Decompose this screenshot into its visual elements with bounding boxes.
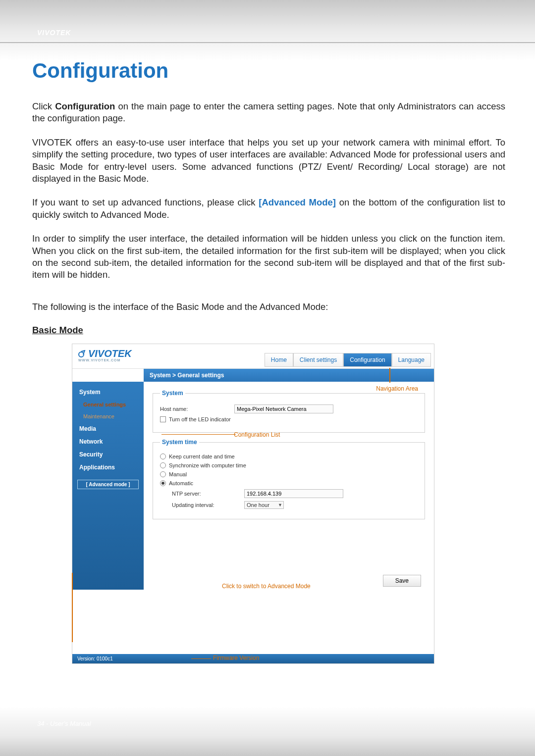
p1-text-a: Click bbox=[32, 101, 55, 111]
radio-auto-label: Automatic bbox=[169, 480, 193, 486]
callout-firmware-version: Firmware Version bbox=[191, 655, 259, 661]
tab-language[interactable]: Language bbox=[392, 353, 431, 367]
tab-client-settings[interactable]: Client settings bbox=[293, 353, 343, 367]
p3-text-a: If you want to set up advanced functions… bbox=[32, 197, 259, 207]
sidebar: System General settings Maintenance Medi… bbox=[72, 382, 144, 590]
radio-keep-label: Keep current date and time bbox=[169, 454, 235, 459]
sidebar-item-maintenance[interactable]: Maintenance bbox=[72, 410, 144, 422]
top-nav-tabs: Home Client settings Configuration Langu… bbox=[265, 353, 431, 367]
advanced-mode-link: [Advanced Mode] bbox=[259, 197, 336, 207]
radio-keep-current[interactable]: Keep current date and time bbox=[160, 454, 418, 459]
breadcrumb: System > General settings bbox=[144, 369, 434, 382]
sidebar-item-security[interactable]: Security bbox=[72, 448, 144, 461]
callout-fw-label: Firmware Version bbox=[213, 655, 259, 661]
header-divider bbox=[0, 42, 535, 43]
ntp-label: NTP server: bbox=[160, 491, 244, 497]
paragraph-5: The following is the interface of the Ba… bbox=[32, 301, 505, 313]
ntp-row: NTP server: bbox=[160, 489, 418, 498]
main-panel: System Host name: Turn off the LED indic… bbox=[144, 382, 434, 590]
page-footer: 34 - User's Manual bbox=[37, 720, 91, 727]
paragraph-2: VIVOTEK offers an easy-to-use user inter… bbox=[32, 137, 505, 185]
paragraph-4: In order to simplify the user interface,… bbox=[32, 233, 505, 281]
chevron-down-icon: ▼ bbox=[278, 503, 282, 507]
sidebar-advanced-mode-button[interactable]: [ Advanced mode ] bbox=[77, 480, 139, 489]
config-body: System General settings Maintenance Medi… bbox=[72, 382, 434, 590]
radio-manual-label: Manual bbox=[169, 471, 187, 477]
interval-select[interactable]: One hour ▼ bbox=[244, 501, 284, 509]
screenshot-basic-mode: VIVOTEK WWW.VIVOTEK.COM Home Client sett… bbox=[72, 344, 434, 664]
callout-line-adv bbox=[72, 573, 73, 642]
svg-point-0 bbox=[79, 352, 84, 357]
system-group: System Host name: Turn off the LED indic… bbox=[153, 390, 425, 433]
sidebar-item-applications[interactable]: Applications bbox=[72, 461, 144, 474]
radio-auto-icon[interactable] bbox=[160, 480, 166, 486]
callout-line-nav bbox=[389, 368, 390, 383]
interval-select-value: One hour bbox=[247, 502, 269, 508]
paragraph-3: If you want to set up advanced functions… bbox=[32, 197, 505, 221]
radio-sync-computer[interactable]: Synchronize with computer time bbox=[160, 462, 418, 468]
radio-sync-label: Synchronize with computer time bbox=[169, 462, 246, 468]
system-time-group: System time Keep current date and time S… bbox=[153, 439, 425, 519]
radio-manual[interactable]: Manual bbox=[160, 471, 418, 477]
radio-automatic[interactable]: Automatic bbox=[160, 480, 418, 486]
led-checkbox-label: Turn off the LED indicator bbox=[169, 416, 231, 422]
ntp-server-input[interactable] bbox=[244, 489, 343, 498]
logo-subtext: WWW.VIVOTEK.COM bbox=[78, 358, 132, 362]
radio-sync-icon[interactable] bbox=[160, 462, 166, 468]
led-checkbox[interactable] bbox=[160, 416, 166, 422]
radio-manual-icon[interactable] bbox=[160, 471, 166, 477]
screenshot-gap bbox=[72, 590, 434, 654]
sidebar-item-media[interactable]: Media bbox=[72, 422, 144, 435]
basic-mode-heading: Basic Mode bbox=[32, 325, 505, 336]
callout-line-config bbox=[161, 434, 236, 435]
tab-home[interactable]: Home bbox=[265, 353, 293, 367]
interval-label: Updating interval: bbox=[160, 502, 244, 508]
hostname-input[interactable] bbox=[234, 404, 333, 413]
vivotek-logo: VIVOTEK WWW.VIVOTEK.COM bbox=[78, 348, 132, 362]
sidebar-item-system[interactable]: System bbox=[72, 386, 144, 399]
callout-advanced-switch: Click to switch to Advanced Mode bbox=[222, 583, 311, 590]
page-title: Configuration bbox=[32, 59, 505, 83]
tab-configuration[interactable]: Configuration bbox=[343, 353, 391, 367]
sidebar-item-general-settings[interactable]: General settings bbox=[72, 399, 144, 410]
save-button[interactable]: Save bbox=[383, 575, 421, 587]
led-checkbox-row[interactable]: Turn off the LED indicator bbox=[160, 416, 418, 422]
p1-strong: Configuration bbox=[55, 101, 115, 111]
system-time-legend: System time bbox=[160, 439, 199, 446]
paragraph-1: Click Configuration on the main page to … bbox=[32, 101, 505, 125]
hostname-row: Host name: bbox=[160, 404, 418, 413]
system-group-legend: System bbox=[160, 390, 185, 397]
header-brand: VIVOTEK bbox=[37, 29, 71, 37]
logo-text: VIVOTEK bbox=[88, 348, 132, 359]
footer-gradient bbox=[0, 706, 535, 756]
interval-row: Updating interval: One hour ▼ bbox=[160, 501, 418, 509]
sidebar-item-network[interactable]: Network bbox=[72, 435, 144, 448]
radio-keep-icon[interactable] bbox=[160, 454, 166, 459]
hostname-label: Host name: bbox=[160, 406, 234, 412]
app-header: VIVOTEK WWW.VIVOTEK.COM Home Client sett… bbox=[72, 344, 434, 369]
